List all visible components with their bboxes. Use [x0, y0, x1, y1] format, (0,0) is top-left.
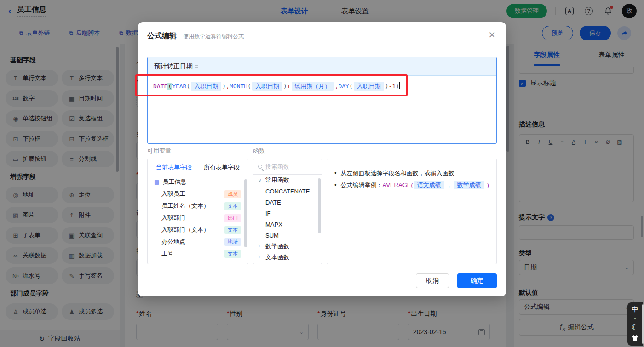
function-group[interactable]: ∨常用函数	[253, 175, 322, 186]
field-chip: 语文成绩	[414, 181, 444, 189]
formula-input[interactable]: DATE(YEAR(入职日期),MONTH(入职日期)+试用期（月）,DAY(入…	[148, 76, 496, 144]
dialog-subtitle: 使用数学运算符编辑公式	[183, 33, 244, 40]
variable-row[interactable]: 员工姓名（文本）文本	[148, 200, 248, 212]
formula-box: 预计转正日期 = DATE(YEAR(入职日期),MONTH(入职日期)+试用期…	[147, 57, 497, 144]
formula-token: DATE	[153, 83, 167, 90]
formula-token: +	[287, 83, 291, 90]
formula-token: YEAR	[172, 83, 186, 90]
type-badge: 部门	[224, 214, 242, 222]
formula-target: 预计转正日期 =	[148, 57, 496, 76]
function-item[interactable]: IF	[253, 208, 322, 219]
chevron-right-icon: 〉	[258, 254, 263, 261]
type-badge: 地址	[224, 238, 242, 246]
variables-label: 可用变量	[147, 147, 171, 155]
chevron-down-icon: ∨	[258, 178, 263, 183]
field-chip[interactable]: 试用期（月）	[292, 82, 334, 91]
close-icon[interactable]: ✕	[488, 30, 496, 40]
chevron-right-icon: 〉	[258, 243, 263, 250]
field-chip[interactable]: 入职日期	[354, 82, 384, 91]
function-item[interactable]: CONCATENATE	[253, 186, 322, 197]
dark-mode-moon-icon[interactable]: ☾	[632, 324, 638, 331]
type-badge: 文本	[224, 250, 242, 258]
field-chip[interactable]: 入职日期	[191, 82, 221, 91]
formula-token: DAY	[338, 83, 349, 90]
functions-scrollbar[interactable]	[318, 178, 321, 233]
formula-token: )	[396, 83, 399, 90]
tip-line: •从左侧面板选择字段名和函数，或输入函数	[334, 167, 489, 179]
cancel-button[interactable]: 取消	[416, 273, 449, 288]
confirm-button[interactable]: 确定	[457, 273, 497, 288]
variable-row[interactable]: 入职部门部门	[148, 212, 248, 224]
function-item[interactable]: SUM	[253, 230, 322, 241]
type-badge: 成员	[224, 190, 242, 198]
formula-editor-dialog: 公式编辑 使用数学运算符编辑公式 ✕ 预计转正日期 = DATE(YEAR(入职…	[138, 22, 506, 296]
variables-tab-current[interactable]: 当前表单字段	[156, 163, 192, 171]
tip-example-line: •公式编辑举例：AVERAGE(语文成绩，数学成绩 )	[334, 179, 489, 191]
widget-toggle-icon[interactable]: ∘	[634, 316, 637, 320]
variable-row[interactable]: 办公地点地址	[148, 236, 248, 248]
field-chip: 数学成绩	[454, 181, 484, 189]
variable-row[interactable]: 工号文本	[148, 248, 248, 260]
functions-panel: 搜索函数 ∨常用函数CONCATENATEDATEIFMAPXSUM〉数学函数〉…	[253, 159, 322, 264]
search-icon	[258, 165, 262, 169]
type-badge: 文本	[224, 202, 242, 210]
formula-tips-panel: •从左侧面板选择字段名和函数，或输入函数•公式编辑举例：AVERAGE(语文成绩…	[327, 159, 497, 264]
formula-token: (	[247, 83, 251, 90]
variables-tab-all[interactable]: 所有表单字段	[204, 163, 240, 171]
function-group[interactable]: 〉文本函数	[253, 252, 322, 263]
formula-token: MONTH	[230, 83, 247, 90]
variables-panel: 当前表单字段所有表单字段 ▤员工信息入职员工成员员工姓名（文本）文本入职部门部门…	[147, 159, 248, 264]
formula-token: )	[385, 83, 389, 90]
function-item[interactable]: MAPX	[253, 219, 322, 230]
formula-token: 1	[392, 83, 396, 90]
function-item[interactable]: DATE	[253, 197, 322, 208]
function-group[interactable]: 〉数学函数	[253, 241, 322, 252]
formula-token: )	[222, 83, 226, 90]
theme-shirt-icon[interactable]	[632, 335, 638, 342]
form-doc-icon: ▤	[154, 179, 159, 185]
formula-token: (	[167, 83, 172, 90]
variables-root-row[interactable]: ▤员工信息	[148, 176, 248, 188]
type-badge: 文本	[224, 226, 242, 234]
variables-scrollbar[interactable]	[244, 179, 247, 247]
function-search-input[interactable]: 搜索函数	[253, 159, 322, 175]
browser-extension-widget: 中 ∘ ☾	[627, 302, 643, 346]
formula-token: (	[349, 83, 353, 90]
page-scrollbar[interactable]	[642, 304, 644, 344]
formula-token: (	[186, 83, 190, 90]
formula-token: ,	[226, 83, 230, 90]
dialog-title: 公式编辑	[147, 31, 177, 41]
field-chip[interactable]: 入职日期	[252, 82, 282, 91]
formula-token: )	[283, 83, 287, 90]
functions-label: 函数	[253, 147, 265, 155]
translate-toggle-icon[interactable]: 中	[632, 306, 638, 313]
variable-row[interactable]: 入职部门（文本）文本	[148, 224, 248, 236]
variable-row[interactable]: 入职员工成员	[148, 188, 248, 200]
text-cursor	[399, 82, 400, 89]
